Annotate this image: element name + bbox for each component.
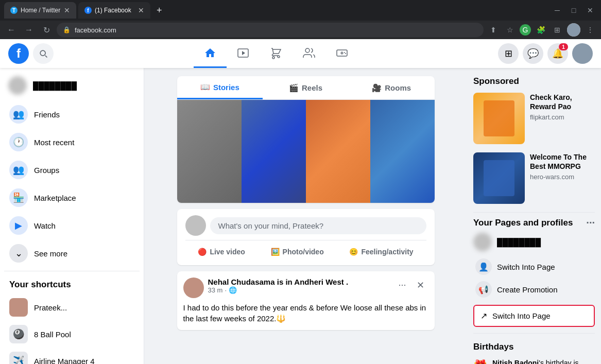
birthday-person[interactable]: Nitish Badoni — [492, 359, 539, 364]
time-dot: · — [225, 286, 227, 294]
story-3[interactable] — [306, 100, 370, 203]
messenger-button[interactable]: 💬 — [523, 43, 543, 64]
twitter-tab[interactable]: T Home / Twitter ✕ — [4, 2, 76, 19]
puzzle-icon[interactable]: 🧩 — [534, 23, 547, 37]
forward-button[interactable]: → — [22, 23, 36, 37]
stories-tab-label: Stories — [213, 83, 239, 92]
switch-box-icon: ↗ — [480, 311, 487, 321]
switch-into-page-box[interactable]: ↗ Switch Into Page — [473, 305, 595, 327]
fb-nav — [54, 39, 498, 68]
nav-groups[interactable] — [293, 39, 325, 68]
sidebar-user[interactable]: ████████ — [4, 72, 140, 99]
facebook-app: f ⊞ — [0, 39, 601, 364]
story-2[interactable] — [242, 100, 306, 203]
stories-icon: 📖 — [200, 82, 210, 92]
nav-watch[interactable] — [227, 39, 260, 68]
create-post-card: What's on your mind, Prateek? 🔴 Live vid… — [177, 209, 435, 265]
facebook-logo[interactable]: f — [8, 43, 29, 64]
shortcut-label-8ball: 8 Ball Pool — [34, 330, 71, 339]
window-close[interactable]: ✕ — [583, 4, 597, 17]
ad-flipkart[interactable]: Check Karo, Reward Pao flipkart.com — [473, 93, 595, 144]
share-icon[interactable]: ⬆ — [487, 23, 500, 37]
sidebar-label-groups: Groups — [34, 166, 59, 175]
switch-page-label: Switch Into Page — [497, 263, 555, 271]
post-content: I had to do this before the year ends & … — [183, 302, 428, 324]
fb-main: ████████ 👥 Friends 🕐 Most recent 👥 Group… — [0, 68, 601, 364]
create-post-top: What's on your mind, Prateek? — [185, 215, 426, 236]
sidebar-item-friends[interactable]: 👥 Friends — [4, 101, 140, 128]
search-button[interactable] — [33, 43, 54, 64]
birthdays-title: Birthdays — [473, 342, 595, 352]
pages-more-button[interactable]: ··· — [586, 217, 595, 229]
ad-herowars[interactable]: Welcome To The Best MMORPG hero-wars.com — [473, 152, 595, 204]
notifications-button[interactable]: 🔔 1 — [547, 43, 568, 64]
sidebar-item-see-more[interactable]: ⌄ See more — [4, 240, 140, 267]
sponsored-title: Sponsored — [473, 76, 595, 86]
photo-video-button[interactable]: 🖼️ Photo/video — [265, 245, 330, 259]
facebook-tab-close[interactable]: ✕ — [138, 6, 144, 14]
live-video-button[interactable]: 🔴 Live video — [192, 245, 251, 259]
story-1[interactable] — [177, 100, 242, 203]
page-name: ████████ — [497, 238, 541, 247]
profile-avatar-button[interactable] — [572, 43, 593, 64]
svg-point-6 — [345, 53, 346, 54]
nav-gaming[interactable] — [325, 39, 358, 68]
left-sidebar: ████████ 👥 Friends 🕐 Most recent 👥 Group… — [0, 68, 144, 364]
flipkart-ad-image — [473, 93, 525, 144]
shortcuts-title: Your shortcuts — [4, 275, 140, 294]
photo-video-label: Photo/video — [283, 248, 324, 256]
post-meta: Nehal Chudasama is in Andheri West . 33 … — [208, 278, 390, 294]
shortcut-prateek[interactable]: Prateek... — [4, 294, 140, 321]
grid-menu-button[interactable]: ⊞ — [498, 43, 519, 64]
feeling-button[interactable]: 😊 Feeling/activity — [343, 245, 419, 259]
nav-marketplace[interactable] — [260, 39, 293, 68]
twitter-tab-close[interactable]: ✕ — [64, 6, 70, 14]
twitter-favicon: T — [10, 7, 18, 14]
new-tab-button[interactable]: + — [152, 3, 166, 18]
stories-card: 📖 Stories 🎬 Reels 🎥 Rooms — [177, 76, 435, 203]
switch-box-label: Switch Into Page — [492, 311, 551, 320]
svg-marker-1 — [242, 51, 245, 55]
herowars-ad-source: hero-wars.com — [530, 173, 595, 181]
sidebar-item-watch[interactable]: ▶ Watch — [4, 212, 140, 239]
author-name[interactable]: Nehal Chudasama — [208, 278, 275, 286]
sidebar-item-groups[interactable]: 👥 Groups — [4, 157, 140, 183]
browser-profile-avatar[interactable] — [567, 23, 580, 37]
extensions-icon[interactable]: ⊞ — [551, 23, 564, 37]
switch-into-page-action[interactable]: 👤 Switch Into Page — [473, 255, 595, 278]
window-maximize[interactable]: □ — [567, 4, 580, 17]
extension-g-icon[interactable]: G — [520, 24, 531, 36]
create-promotion-action[interactable]: 📢 Create Promotion — [473, 278, 595, 301]
shortcut-8ball[interactable]: 🎱 8 Ball Pool — [4, 321, 140, 348]
post-input-button[interactable]: What's on your mind, Prateek? — [210, 217, 426, 234]
notification-badge: 1 — [559, 43, 568, 50]
rooms-tab[interactable]: 🎥 Rooms — [349, 76, 435, 99]
right-divider-1 — [473, 212, 595, 213]
facebook-tab-title: (1) Facebook — [95, 7, 135, 14]
address-bar[interactable]: 🔒 facebook.com — [57, 23, 484, 37]
refresh-button[interactable]: ↻ — [39, 23, 54, 37]
svg-point-5 — [344, 52, 345, 53]
facebook-tab[interactable]: f (1) Facebook ✕ — [78, 2, 150, 19]
post-location[interactable]: Andheri West — [294, 278, 344, 286]
post-more-button[interactable]: ··· — [394, 278, 410, 293]
sidebar-label-see-more: See more — [34, 249, 67, 258]
sidebar-item-most-recent[interactable]: 🕐 Most recent — [4, 129, 140, 155]
post-placeholder: What's on your mind, Prateek? — [218, 221, 324, 230]
stories-tab[interactable]: 📖 Stories — [177, 76, 263, 99]
back-button[interactable]: ← — [4, 23, 19, 37]
reels-tab[interactable]: 🎬 Reels — [263, 76, 349, 99]
friends-icon: 👥 — [9, 105, 28, 124]
browser-toolbar: ← → ↻ 🔒 facebook.com ⬆ ☆ G 🧩 ⊞ ⋮ — [0, 21, 601, 39]
story-4[interactable] — [370, 100, 435, 203]
post-close-button[interactable]: ✕ — [413, 278, 428, 293]
shortcut-label-airline: Airline Manager 4 — [34, 357, 95, 365]
sidebar-item-marketplace[interactable]: 🏪 Marketplace — [4, 184, 140, 211]
nav-home[interactable] — [194, 39, 227, 68]
bookmark-icon[interactable]: ☆ — [503, 23, 517, 37]
herowars-ad-text: Welcome To The Best MMORPG hero-wars.com — [530, 152, 595, 204]
window-minimize[interactable]: ─ — [551, 4, 564, 17]
shortcut-airline[interactable]: ✈️ Airline Manager 4 — [4, 348, 140, 364]
header-actions: ⊞ 💬 🔔 1 — [498, 43, 593, 64]
browser-menu-icon[interactable]: ⋮ — [583, 23, 597, 37]
